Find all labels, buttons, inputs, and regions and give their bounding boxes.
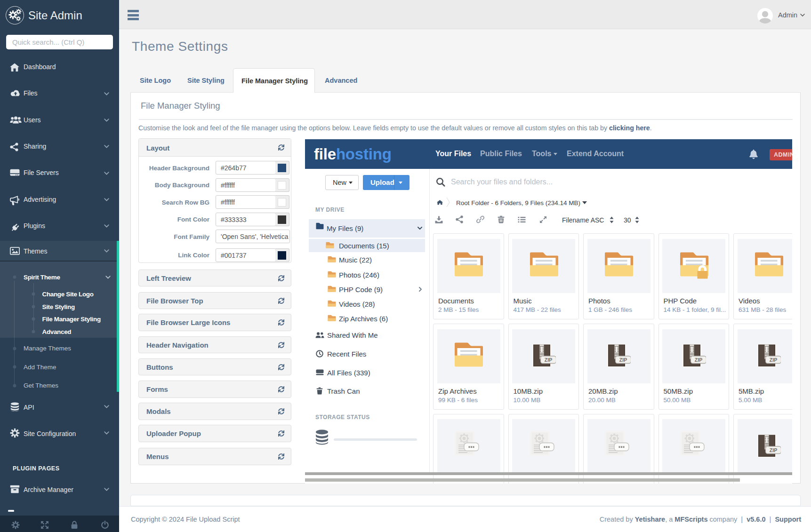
svg-text:ZIP: ZIP <box>544 357 552 363</box>
svg-text:ZIP: ZIP <box>619 357 627 363</box>
svg-text:ZIP: ZIP <box>694 357 702 363</box>
svg-text:ZIP: ZIP <box>770 447 777 453</box>
svg-text:ZIP: ZIP <box>770 357 777 363</box>
